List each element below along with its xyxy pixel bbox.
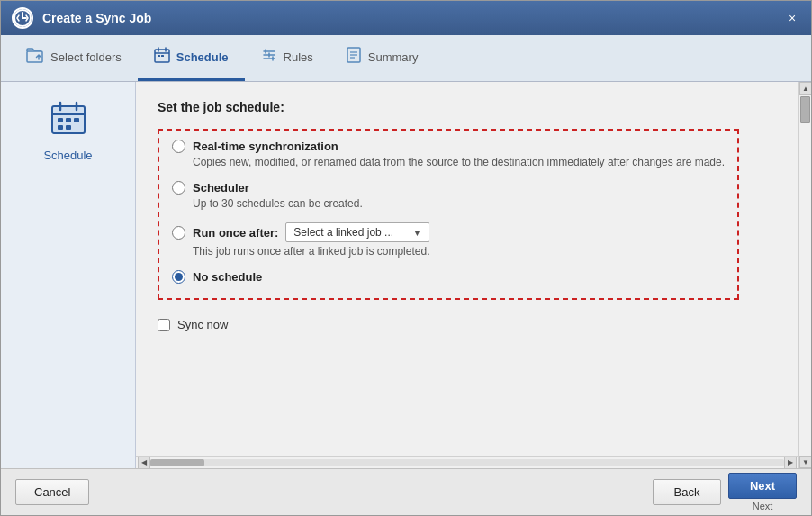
h-scroll-track[interactable]	[150, 459, 784, 466]
option-realtime: Real-time synchronization Copies new, mo…	[172, 140, 725, 168]
tab-rules[interactable]: Rules	[245, 35, 329, 81]
footer-right: Back Next Next	[653, 473, 797, 511]
radio-realtime[interactable]	[172, 140, 185, 153]
sync-now-checkbox[interactable]	[158, 319, 170, 331]
option-realtime-label: Real-time synchronization	[193, 140, 338, 153]
tab-summary[interactable]: Summary	[329, 35, 435, 81]
v-scroll-up-arrow[interactable]: ▲	[799, 82, 811, 95]
dropdown-arrow-icon: ▼	[412, 228, 421, 238]
dialog-title: Create a Sync Job	[42, 11, 775, 25]
tab-select-folders[interactable]: Select folders	[10, 35, 138, 81]
h-scroll-right-arrow[interactable]: ▶	[784, 457, 797, 469]
wizard-tabs: Select folders Schedule	[1, 35, 811, 82]
close-button[interactable]: ×	[784, 10, 800, 26]
cancel-button[interactable]: Cancel	[15, 479, 89, 505]
option-realtime-desc: Copies new, modified, or renamed data fr…	[193, 156, 725, 168]
options-box: Real-time synchronization Copies new, mo…	[158, 129, 739, 300]
svg-rect-26	[66, 125, 71, 130]
next-tooltip: Next	[753, 501, 773, 511]
tab-summary-label: Summary	[368, 50, 419, 64]
v-scroll-down-arrow[interactable]: ▼	[799, 456, 811, 468]
v-scroll-thumb[interactable]	[800, 96, 810, 123]
content-area: Set the job schedule: Real-time synchron…	[136, 82, 798, 468]
back-button[interactable]: Back	[653, 479, 721, 505]
svg-rect-25	[58, 125, 63, 130]
tab-select-folders-label: Select folders	[50, 50, 122, 64]
content-scroll-container: Set the job schedule: Real-time synchron…	[136, 82, 811, 468]
h-scroll-thumb[interactable]	[150, 459, 204, 466]
option-no-schedule-label: No schedule	[193, 270, 262, 284]
svg-rect-7	[161, 55, 164, 57]
sync-now-area: Sync now	[158, 318, 777, 331]
svg-rect-22	[58, 118, 63, 122]
sidebar-schedule-label: Schedule	[43, 149, 92, 162]
svg-rect-23	[66, 118, 71, 122]
footer: Cancel Back Next Next	[1, 468, 811, 515]
title-bar: Create a Sync Job ×	[1, 1, 811, 35]
radio-scheduler[interactable]	[172, 181, 185, 195]
rules-icon	[261, 47, 277, 67]
schedule-icon	[154, 47, 170, 67]
option-scheduler-desc: Up to 30 schedules can be created.	[193, 197, 725, 210]
section-title: Set the job schedule:	[158, 100, 777, 114]
dialog: Create a Sync Job × Select folders	[0, 0, 812, 516]
next-button[interactable]: Next	[728, 473, 797, 499]
option-run-once: Run once after: Select a linked job ... …	[172, 222, 725, 258]
radio-run-once[interactable]	[172, 226, 185, 240]
option-no-schedule: No schedule	[172, 270, 725, 284]
v-scrollbar[interactable]: ▲ ▼	[798, 82, 811, 468]
svg-rect-24	[74, 118, 79, 122]
summary-icon	[346, 47, 362, 67]
option-scheduler-label: Scheduler	[193, 181, 249, 195]
h-scroll-left-arrow[interactable]: ◀	[138, 457, 150, 469]
linked-job-placeholder: Select a linked job ...	[293, 226, 393, 239]
sidebar: Schedule	[1, 82, 136, 468]
h-scrollbar[interactable]: ◀ ▶	[136, 456, 798, 468]
select-folders-icon	[26, 47, 44, 67]
tab-rules-label: Rules	[284, 50, 313, 64]
option-run-once-label: Run once after:	[193, 226, 278, 240]
content-scroll[interactable]: Set the job schedule: Real-time synchron…	[136, 82, 798, 456]
app-icon	[12, 7, 33, 29]
sidebar-schedule-icon	[50, 100, 86, 143]
svg-rect-6	[158, 55, 160, 57]
tab-schedule-label: Schedule	[176, 50, 229, 64]
tab-schedule[interactable]: Schedule	[138, 35, 245, 81]
option-run-once-desc: This job runs once after a linked job is…	[193, 245, 725, 258]
main-area: Schedule Set the job schedule: Real-time…	[1, 82, 811, 468]
linked-job-dropdown[interactable]: Select a linked job ... ▼	[285, 222, 429, 242]
v-scroll-track[interactable]	[799, 95, 811, 456]
radio-no-schedule[interactable]	[172, 270, 185, 284]
option-scheduler: Scheduler Up to 30 schedules can be crea…	[172, 181, 725, 210]
sync-now-label: Sync now	[177, 318, 228, 331]
